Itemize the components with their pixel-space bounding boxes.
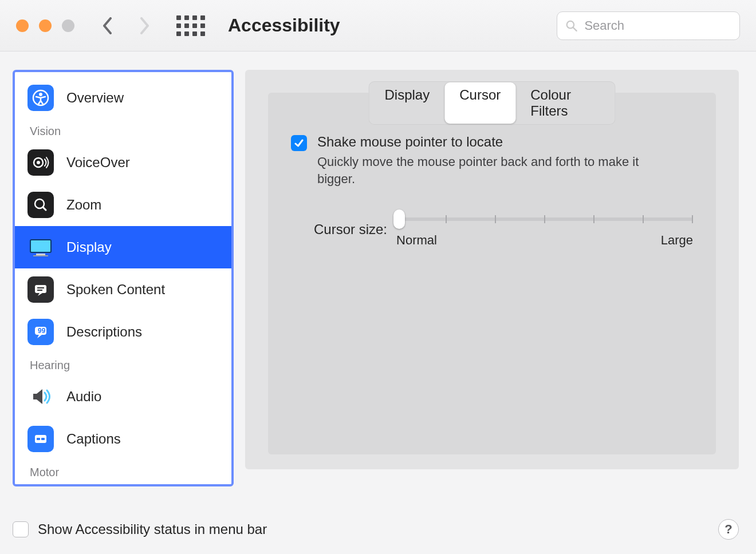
- sidebar-item-label: Display: [66, 239, 112, 255]
- footer: Show Accessibility status in menu bar ?: [13, 515, 739, 544]
- descriptions-icon: 99: [27, 319, 54, 345]
- show-status-in-menubar-checkbox[interactable]: [13, 521, 29, 537]
- search-field[interactable]: [557, 11, 740, 40]
- maximize-window-button[interactable]: [62, 19, 74, 32]
- display-icon: [27, 234, 54, 260]
- close-window-button[interactable]: [16, 19, 29, 32]
- content-panel: Display Cursor Colour Filters Shake mous…: [245, 70, 739, 469]
- sidebar-section-hearing: Hearing: [15, 353, 231, 375]
- voiceover-icon: [27, 149, 54, 176]
- speech-icon: [27, 276, 54, 303]
- svg-rect-18: [41, 438, 45, 440]
- svg-text:99: 99: [38, 327, 46, 335]
- sidebar-item-label: Captions: [66, 431, 121, 447]
- sidebar-item-label: Overview: [66, 90, 124, 106]
- svg-point-3: [39, 93, 42, 96]
- svg-point-5: [37, 161, 40, 164]
- svg-rect-11: [35, 285, 46, 293]
- cursor-size-label: Cursor size:: [314, 221, 387, 238]
- svg-rect-10: [33, 255, 48, 256]
- window-controls: [16, 19, 74, 32]
- forward-button[interactable]: [134, 15, 155, 36]
- tab-colour-filters[interactable]: Colour Filters: [515, 82, 614, 124]
- sidebar-item-descriptions[interactable]: 99 Descriptions: [15, 311, 231, 353]
- help-icon: ?: [724, 522, 732, 537]
- sidebar-item-overview[interactable]: Overview: [15, 77, 231, 119]
- sidebar[interactable]: Overview Vision VoiceOver Zoom Display: [13, 70, 234, 486]
- accessibility-icon: [27, 85, 54, 111]
- cursor-size-max-label: Large: [661, 233, 693, 248]
- sidebar-item-label: Audio: [66, 389, 101, 405]
- svg-rect-9: [36, 254, 45, 255]
- help-button[interactable]: ?: [718, 519, 739, 540]
- sidebar-item-label: Descriptions: [66, 324, 142, 340]
- search-input[interactable]: [583, 18, 731, 34]
- sidebar-item-zoom[interactable]: Zoom: [15, 184, 231, 226]
- svg-rect-17: [37, 438, 40, 440]
- slider-thumb[interactable]: [393, 209, 405, 229]
- window-title: Accessibility: [228, 15, 340, 36]
- shake-to-locate-checkbox[interactable]: [291, 135, 307, 151]
- shake-to-locate-label: Shake mouse pointer to locate: [317, 134, 655, 150]
- search-icon: [565, 19, 577, 33]
- svg-line-7: [43, 207, 46, 210]
- tab-bar: Display Cursor Colour Filters: [369, 81, 616, 125]
- cursor-size-min-label: Normal: [396, 233, 437, 248]
- minimize-window-button[interactable]: [39, 19, 52, 32]
- sidebar-item-display[interactable]: Display: [15, 226, 231, 268]
- chevron-right-icon: [139, 17, 149, 34]
- shake-to-locate-description: Quickly move the mouse pointer back and …: [317, 153, 655, 187]
- sidebar-item-spoken-content[interactable]: Spoken Content: [15, 268, 231, 311]
- zoom-icon: [27, 192, 54, 218]
- title-bar: Accessibility: [0, 0, 756, 52]
- sidebar-section-vision: Vision: [15, 119, 231, 141]
- chevron-left-icon: [103, 17, 113, 34]
- cursor-settings-pane: Shake mouse pointer to locate Quickly mo…: [268, 93, 716, 454]
- captions-icon: [27, 426, 54, 452]
- audio-icon: [27, 383, 54, 410]
- sidebar-item-label: VoiceOver: [66, 155, 130, 171]
- sidebar-item-voiceover[interactable]: VoiceOver: [15, 141, 231, 184]
- cursor-size-slider[interactable]: [396, 211, 693, 227]
- tab-display[interactable]: Display: [370, 82, 445, 124]
- tab-cursor[interactable]: Cursor: [444, 82, 515, 124]
- svg-rect-8: [30, 240, 51, 252]
- sidebar-item-label: Zoom: [66, 197, 101, 213]
- sidebar-item-captions[interactable]: Captions: [15, 418, 231, 460]
- sidebar-item-label: Spoken Content: [66, 282, 165, 298]
- back-button[interactable]: [97, 15, 118, 36]
- sidebar-section-motor: Motor: [15, 460, 231, 482]
- check-icon: [293, 137, 305, 149]
- sidebar-item-audio[interactable]: Audio: [15, 375, 231, 418]
- svg-line-1: [573, 27, 577, 31]
- show-all-prefs-button[interactable]: [176, 15, 205, 36]
- show-status-in-menubar-label: Show Accessibility status in menu bar: [38, 521, 267, 537]
